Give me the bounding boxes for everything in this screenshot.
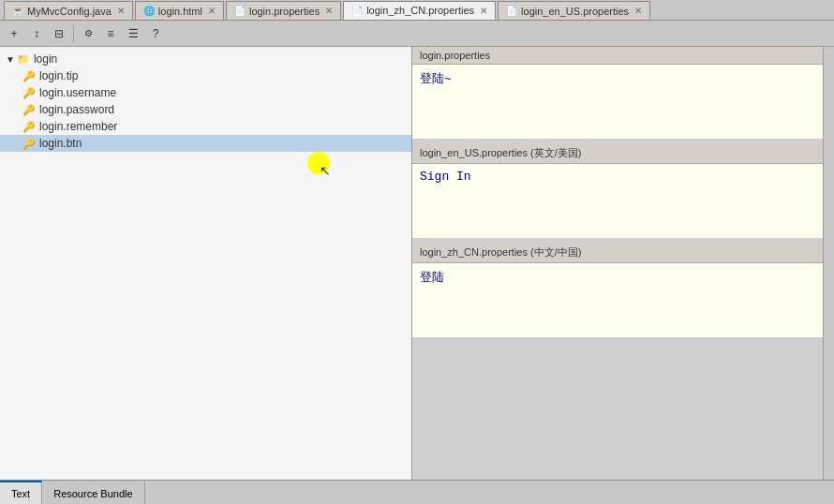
toolbar-separator bbox=[73, 25, 74, 42]
bottom-tabs: Text Resource Bundle bbox=[0, 480, 834, 504]
tab-close-btn[interactable]: ✕ bbox=[117, 6, 125, 16]
tab-mymvcconfig[interactable]: ☕ MyMvcConfig.java ✕ bbox=[4, 1, 133, 20]
align-center-button[interactable]: ☰ bbox=[123, 23, 143, 44]
section-header-login-en: login_en_US.properties (英文/美国) bbox=[412, 143, 823, 164]
left-panel: ▼ 📁 login 🔑 login.tip 🔑 login.username 🔑… bbox=[0, 47, 412, 480]
property-editor-login-zh[interactable]: 登陆 bbox=[412, 263, 823, 338]
toolbar: + ↕ ⊟ ⚙ ≡ ☰ ? bbox=[0, 21, 834, 47]
section-login-props: login.properties 登陆~ bbox=[412, 47, 823, 140]
collapse-button[interactable]: ⊟ bbox=[49, 23, 69, 44]
tab-close-btn[interactable]: ✕ bbox=[325, 6, 333, 16]
main-layout: ▼ 📁 login 🔑 login.tip 🔑 login.username 🔑… bbox=[0, 47, 834, 480]
property-icon: 🔑 bbox=[22, 70, 36, 82]
property-icon: 🔑 bbox=[22, 104, 36, 116]
bottom-tab-resource-bundle[interactable]: Resource Bundle bbox=[42, 481, 144, 504]
java-file-icon: ☕ bbox=[12, 6, 23, 16]
property-icon: 🔑 bbox=[22, 87, 36, 99]
right-panel: login.properties 登陆~ login_en_US.propert… bbox=[412, 47, 823, 480]
folder-icon: 📁 bbox=[17, 53, 30, 66]
tab-close-btn[interactable]: ✕ bbox=[208, 6, 216, 16]
tree-item-login-btn[interactable]: 🔑 login.btn bbox=[0, 135, 411, 152]
tree-root-login[interactable]: ▼ 📁 login bbox=[0, 51, 411, 67]
help-button[interactable]: ? bbox=[145, 23, 166, 44]
align-left-button[interactable]: ≡ bbox=[100, 23, 121, 44]
tab-login-html[interactable]: 🌐 login.html ✕ bbox=[135, 1, 224, 20]
expand-icon: ▼ bbox=[6, 54, 15, 65]
html-file-icon: 🌐 bbox=[143, 6, 155, 16]
add-button[interactable]: + bbox=[4, 23, 24, 44]
property-icon: 🔑 bbox=[22, 121, 36, 133]
sort-button[interactable]: ↕ bbox=[26, 23, 47, 44]
tab-close-btn[interactable]: ✕ bbox=[634, 6, 642, 16]
section-header-login-props: login.properties bbox=[412, 47, 823, 65]
section-login-zh: login_zh_CN.properties (中文/中国) 登陆 bbox=[412, 243, 823, 338]
property-editor-login-en[interactable]: Sign In bbox=[412, 164, 823, 239]
section-header-login-zh: login_zh_CN.properties (中文/中国) bbox=[412, 243, 823, 263]
props-file-icon: 📄 bbox=[234, 6, 246, 16]
tree-item-login-remember[interactable]: 🔑 login.remember bbox=[0, 118, 411, 135]
right-scrollbar[interactable] bbox=[823, 47, 834, 480]
settings-button[interactable]: ⚙ bbox=[78, 23, 98, 44]
property-editor-login-props[interactable]: 登陆~ bbox=[412, 65, 823, 140]
props-en-file-icon: 📄 bbox=[506, 6, 517, 16]
bottom-tab-text[interactable]: Text bbox=[0, 481, 42, 504]
tree-item-login-tip[interactable]: 🔑 login.tip bbox=[0, 67, 411, 84]
tab-bar: ☕ MyMvcConfig.java ✕ 🌐 login.html ✕ 📄 lo… bbox=[0, 0, 834, 21]
tab-login-zh-cn[interactable]: 📄 login_zh_CN.properties ✕ bbox=[343, 1, 496, 20]
tab-login-en-us[interactable]: 📄 login_en_US.properties ✕ bbox=[498, 1, 650, 20]
props-zh-file-icon: 📄 bbox=[351, 6, 363, 16]
tree-item-login-password[interactable]: 🔑 login.password bbox=[0, 101, 411, 118]
tab-close-btn[interactable]: ✕ bbox=[480, 6, 487, 16]
property-icon: 🔑 bbox=[22, 138, 36, 150]
section-login-en: login_en_US.properties (英文/美国) Sign In bbox=[412, 143, 823, 239]
tree-item-login-username[interactable]: 🔑 login.username bbox=[0, 84, 411, 101]
tab-login-props[interactable]: 📄 login.properties ✕ bbox=[226, 1, 341, 20]
